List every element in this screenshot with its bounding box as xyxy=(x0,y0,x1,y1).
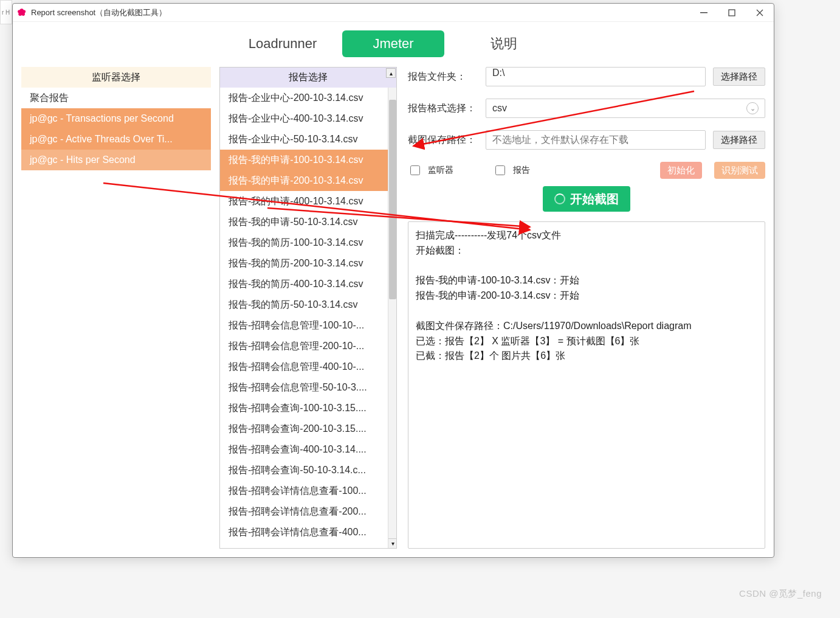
background-tab-hint: r H xyxy=(0,0,12,24)
report-scrollbar-track[interactable]: ▾ xyxy=(388,88,396,548)
report-item[interactable]: 报告-招聘会信息管理-100-10-... xyxy=(220,315,388,336)
listener-checkbox[interactable] xyxy=(410,165,420,175)
listener-panel: 监听器选择 聚合报告jp@gc - Transactions per Secon… xyxy=(21,67,211,549)
report-item[interactable]: 报告-招聘会详情信息查看-100... xyxy=(220,481,388,501)
tab-help[interactable]: 说明 xyxy=(453,30,555,57)
report-item[interactable]: 报告-企业中心-400-10-3.14.csv xyxy=(220,108,388,129)
save-path-input[interactable] xyxy=(486,130,706,150)
report-item[interactable]: 报告-企业中心-200-10-3.14.csv xyxy=(220,88,388,108)
report-item[interactable]: 报告-招聘会信息管理-50-10-3.... xyxy=(220,377,388,398)
app-icon xyxy=(16,7,27,18)
report-panel-header: 报告选择 ▴ xyxy=(220,67,396,88)
listener-item[interactable]: 聚合报告 xyxy=(21,88,211,108)
app-window: Report screenshot（自动化截图工具） Loadrunner Jm… xyxy=(12,3,774,558)
report-item[interactable]: 报告-招聘会信息管理-200-10-... xyxy=(220,336,388,356)
listener-list: 聚合报告jp@gc - Transactions per Secondjp@gc… xyxy=(21,88,211,170)
listener-item[interactable]: jp@gc - Active Threads Over Ti... xyxy=(21,129,211,150)
format-select-value: csv xyxy=(492,103,507,114)
report-checkbox[interactable] xyxy=(495,165,505,175)
report-item[interactable]: 报告-我的申请-50-10-3.14.csv xyxy=(220,212,388,232)
report-item[interactable]: 报告-招聘会信息管理-400-10-... xyxy=(220,356,388,377)
save-path-label: 截图保存路径： xyxy=(408,134,478,147)
watermark: CSDN @觅梦_feng xyxy=(739,588,822,600)
log-output: 扫描完成----------发现74个csv文件 开始截图： 报告-我的申请-1… xyxy=(408,221,765,549)
report-item[interactable]: 报告-我的申请-400-10-3.14.csv xyxy=(220,191,388,212)
choose-folder-button[interactable]: 选择路径 xyxy=(713,68,765,86)
chevron-down-icon: ⌄ xyxy=(746,102,759,114)
svg-rect-0 xyxy=(700,12,707,13)
report-item[interactable]: 报告-企业中心-50-10-3.14.csv xyxy=(220,129,388,150)
report-item[interactable]: 报告-招聘会查询-50-10-3.14.c... xyxy=(220,460,388,481)
listener-item[interactable]: jp@gc - Hits per Second xyxy=(21,150,211,170)
scroll-down-icon[interactable]: ▾ xyxy=(388,538,396,548)
report-scrollbar-thumb[interactable] xyxy=(389,100,396,299)
report-item[interactable]: 报告-我的简历-200-10-3.14.csv xyxy=(220,253,388,274)
report-item[interactable]: 报告-招聘会详情信息查看-400... xyxy=(220,522,388,543)
report-item[interactable]: 报告-我的申请-200-10-3.14.csv xyxy=(220,170,388,191)
choose-save-path-button[interactable]: 选择路径 xyxy=(713,131,765,149)
folder-label: 报告文件夹： xyxy=(408,71,478,83)
start-button-label: 开始截图 xyxy=(570,191,619,207)
window-maximize-button[interactable] xyxy=(718,4,746,22)
window-close-button[interactable] xyxy=(746,4,774,22)
refresh-icon xyxy=(554,193,565,204)
report-item[interactable]: 报告-招聘会查询-200-10-3.15.... xyxy=(220,418,388,439)
report-checkbox-label: 报告 xyxy=(513,165,530,176)
report-item[interactable]: 报告-我的简历-100-10-3.14.csv xyxy=(220,232,388,253)
format-label: 报告格式选择： xyxy=(408,102,478,115)
report-item[interactable]: 报告-招聘会查询-400-10-3.14.... xyxy=(220,439,388,460)
tab-loadrunner[interactable]: Loadrunner xyxy=(232,30,334,57)
settings-panel: 报告文件夹： D:\ 选择路径 报告格式选择： csv ⌄ 截图保存路径： 选择… xyxy=(405,67,765,549)
report-item[interactable]: 报告-招聘会详情信息查看-200... xyxy=(220,501,388,522)
init-button[interactable]: 初始化 xyxy=(660,162,702,179)
report-item[interactable]: 报告-我的简历-50-10-3.14.csv xyxy=(220,294,388,315)
recognition-test-button[interactable]: 识别测试 xyxy=(714,162,765,179)
start-screenshot-button[interactable]: 开始截图 xyxy=(543,186,630,212)
folder-input[interactable]: D:\ xyxy=(486,67,706,86)
listener-checkbox-label: 监听器 xyxy=(428,165,453,176)
report-item[interactable]: 报告-我的简历-400-10-3.14.csv xyxy=(220,274,388,294)
scroll-up-icon[interactable]: ▴ xyxy=(386,68,396,78)
report-item[interactable]: 报告-我的申请-100-10-3.14.csv xyxy=(220,150,388,170)
title-bar: Report screenshot（自动化截图工具） xyxy=(13,4,774,22)
tab-jmeter[interactable]: Jmeter xyxy=(342,30,444,57)
main-tabs: Loadrunner Jmeter 说明 xyxy=(13,22,774,67)
report-list: 报告-企业中心-200-10-3.14.csv报告-企业中心-400-10-3.… xyxy=(220,88,388,543)
report-panel-header-text: 报告选择 xyxy=(289,71,328,84)
listener-panel-header: 监听器选择 xyxy=(21,67,211,88)
listener-item[interactable]: jp@gc - Transactions per Second xyxy=(21,108,211,129)
report-item[interactable]: 报告-招聘会查询-100-10-3.15.... xyxy=(220,398,388,418)
window-minimize-button[interactable] xyxy=(690,4,718,22)
format-select[interactable]: csv ⌄ xyxy=(486,99,765,118)
report-panel: 报告选择 ▴ 报告-企业中心-200-10-3.14.csv报告-企业中心-40… xyxy=(219,67,397,549)
svg-rect-1 xyxy=(729,10,735,16)
window-title: Report screenshot（自动化截图工具） xyxy=(31,7,167,18)
